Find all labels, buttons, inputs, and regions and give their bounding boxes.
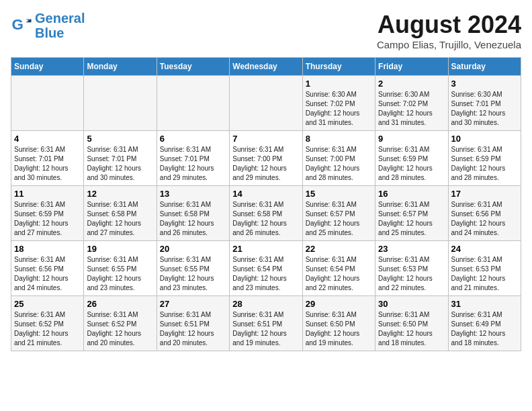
day-info: Sunrise: 6:31 AM Sunset: 6:49 PM Dayligh…	[451, 310, 518, 348]
day-cell: 15Sunrise: 6:31 AM Sunset: 6:57 PM Dayli…	[302, 186, 375, 241]
day-number: 11	[14, 189, 81, 199]
day-cell: 9Sunrise: 6:31 AM Sunset: 6:59 PM Daylig…	[375, 131, 448, 186]
day-info: Sunrise: 6:31 AM Sunset: 6:59 PM Dayligh…	[14, 200, 81, 238]
day-info: Sunrise: 6:31 AM Sunset: 6:54 PM Dayligh…	[232, 255, 299, 293]
day-cell: 25Sunrise: 6:31 AM Sunset: 6:52 PM Dayli…	[11, 296, 84, 351]
day-cell: 20Sunrise: 6:31 AM Sunset: 6:55 PM Dayli…	[157, 241, 229, 296]
day-info: Sunrise: 6:31 AM Sunset: 6:57 PM Dayligh…	[306, 200, 372, 238]
day-cell	[84, 76, 157, 131]
day-info: Sunrise: 6:31 AM Sunset: 7:00 PM Dayligh…	[306, 145, 372, 183]
col-header-sunday: Sunday	[11, 58, 84, 76]
day-number: 17	[451, 189, 518, 199]
day-info: Sunrise: 6:31 AM Sunset: 6:56 PM Dayligh…	[14, 255, 81, 293]
logo-icon: G	[11, 15, 32, 36]
day-number: 26	[87, 299, 153, 309]
day-cell: 24Sunrise: 6:31 AM Sunset: 6:53 PM Dayli…	[448, 241, 521, 296]
day-number: 23	[378, 244, 445, 254]
day-number: 15	[306, 189, 372, 199]
day-number: 8	[306, 134, 372, 144]
day-info: Sunrise: 6:31 AM Sunset: 6:58 PM Dayligh…	[87, 200, 153, 238]
week-row-4: 18Sunrise: 6:31 AM Sunset: 6:56 PM Dayli…	[11, 241, 521, 296]
logo-line1: General	[35, 11, 85, 26]
svg-text:G: G	[12, 16, 24, 33]
day-cell	[230, 76, 302, 131]
day-number: 27	[160, 299, 226, 309]
day-number: 13	[160, 189, 226, 199]
day-cell: 26Sunrise: 6:31 AM Sunset: 6:52 PM Dayli…	[84, 296, 157, 351]
day-info: Sunrise: 6:31 AM Sunset: 6:52 PM Dayligh…	[87, 310, 153, 348]
day-info: Sunrise: 6:30 AM Sunset: 7:02 PM Dayligh…	[306, 90, 372, 128]
day-cell: 8Sunrise: 6:31 AM Sunset: 7:00 PM Daylig…	[302, 131, 375, 186]
day-cell: 13Sunrise: 6:31 AM Sunset: 6:58 PM Dayli…	[157, 186, 229, 241]
day-number: 16	[378, 189, 445, 199]
day-number: 30	[378, 299, 445, 309]
day-number: 7	[232, 134, 299, 144]
main-title: August 2024	[377, 11, 521, 39]
day-number: 6	[160, 134, 226, 144]
day-info: Sunrise: 6:31 AM Sunset: 6:54 PM Dayligh…	[306, 255, 372, 293]
day-cell: 14Sunrise: 6:31 AM Sunset: 6:58 PM Dayli…	[230, 186, 302, 241]
day-info: Sunrise: 6:31 AM Sunset: 6:50 PM Dayligh…	[306, 310, 372, 348]
day-number: 10	[451, 134, 518, 144]
day-info: Sunrise: 6:31 AM Sunset: 6:53 PM Dayligh…	[378, 255, 445, 293]
day-number: 12	[87, 189, 153, 199]
day-cell: 3Sunrise: 6:30 AM Sunset: 7:01 PM Daylig…	[448, 76, 521, 131]
header: G General Blue August 2024 Campo Elias, …	[11, 11, 521, 50]
day-info: Sunrise: 6:31 AM Sunset: 7:01 PM Dayligh…	[14, 145, 81, 183]
logo-text: General Blue	[35, 11, 85, 40]
day-cell: 17Sunrise: 6:31 AM Sunset: 6:56 PM Dayli…	[448, 186, 521, 241]
day-cell: 6Sunrise: 6:31 AM Sunset: 7:01 PM Daylig…	[157, 131, 229, 186]
day-cell	[157, 76, 229, 131]
day-cell: 5Sunrise: 6:31 AM Sunset: 7:01 PM Daylig…	[84, 131, 157, 186]
day-cell: 29Sunrise: 6:31 AM Sunset: 6:50 PM Dayli…	[302, 296, 375, 351]
day-number: 31	[451, 299, 518, 309]
day-info: Sunrise: 6:31 AM Sunset: 6:56 PM Dayligh…	[451, 200, 518, 238]
day-number: 20	[160, 244, 226, 254]
day-number: 18	[14, 244, 81, 254]
day-cell: 10Sunrise: 6:31 AM Sunset: 6:59 PM Dayli…	[448, 131, 521, 186]
day-info: Sunrise: 6:31 AM Sunset: 6:59 PM Dayligh…	[451, 145, 518, 183]
day-cell: 16Sunrise: 6:31 AM Sunset: 6:57 PM Dayli…	[375, 186, 448, 241]
title-area: August 2024 Campo Elias, Trujillo, Venez…	[377, 11, 521, 50]
day-number: 3	[451, 79, 518, 89]
week-row-2: 4Sunrise: 6:31 AM Sunset: 7:01 PM Daylig…	[11, 131, 521, 186]
week-row-3: 11Sunrise: 6:31 AM Sunset: 6:59 PM Dayli…	[11, 186, 521, 241]
day-number: 21	[232, 244, 299, 254]
day-cell: 18Sunrise: 6:31 AM Sunset: 6:56 PM Dayli…	[11, 241, 84, 296]
day-number: 24	[451, 244, 518, 254]
day-cell: 11Sunrise: 6:31 AM Sunset: 6:59 PM Dayli…	[11, 186, 84, 241]
day-number: 1	[306, 79, 372, 89]
day-cell: 28Sunrise: 6:31 AM Sunset: 6:51 PM Dayli…	[230, 296, 302, 351]
day-number: 2	[378, 79, 445, 89]
day-info: Sunrise: 6:31 AM Sunset: 6:55 PM Dayligh…	[160, 255, 226, 293]
calendar-table: SundayMondayTuesdayWednesdayThursdayFrid…	[11, 57, 521, 351]
day-cell: 23Sunrise: 6:31 AM Sunset: 6:53 PM Dayli…	[375, 241, 448, 296]
day-number: 29	[306, 299, 372, 309]
day-number: 22	[306, 244, 372, 254]
day-number: 4	[14, 134, 81, 144]
week-row-5: 25Sunrise: 6:31 AM Sunset: 6:52 PM Dayli…	[11, 296, 521, 351]
day-info: Sunrise: 6:31 AM Sunset: 6:53 PM Dayligh…	[451, 255, 518, 293]
day-number: 14	[232, 189, 299, 199]
day-info: Sunrise: 6:30 AM Sunset: 7:01 PM Dayligh…	[451, 90, 518, 128]
day-info: Sunrise: 6:31 AM Sunset: 6:59 PM Dayligh…	[378, 145, 445, 183]
day-cell: 22Sunrise: 6:31 AM Sunset: 6:54 PM Dayli…	[302, 241, 375, 296]
day-info: Sunrise: 6:31 AM Sunset: 6:52 PM Dayligh…	[14, 310, 81, 348]
col-header-wednesday: Wednesday	[230, 58, 302, 76]
day-number: 5	[87, 134, 153, 144]
day-cell	[11, 76, 84, 131]
day-cell: 31Sunrise: 6:31 AM Sunset: 6:49 PM Dayli…	[448, 296, 521, 351]
day-info: Sunrise: 6:31 AM Sunset: 6:57 PM Dayligh…	[378, 200, 445, 238]
day-info: Sunrise: 6:31 AM Sunset: 6:51 PM Dayligh…	[160, 310, 226, 348]
day-info: Sunrise: 6:31 AM Sunset: 7:00 PM Dayligh…	[232, 145, 299, 183]
day-info: Sunrise: 6:31 AM Sunset: 7:01 PM Dayligh…	[160, 145, 226, 183]
logo: G General Blue	[11, 11, 85, 40]
day-cell: 4Sunrise: 6:31 AM Sunset: 7:01 PM Daylig…	[11, 131, 84, 186]
day-cell: 30Sunrise: 6:31 AM Sunset: 6:50 PM Dayli…	[375, 296, 448, 351]
col-header-monday: Monday	[84, 58, 157, 76]
week-row-1: 1Sunrise: 6:30 AM Sunset: 7:02 PM Daylig…	[11, 76, 521, 131]
day-info: Sunrise: 6:31 AM Sunset: 6:50 PM Dayligh…	[378, 310, 445, 348]
day-info: Sunrise: 6:31 AM Sunset: 6:51 PM Dayligh…	[232, 310, 299, 348]
day-cell: 27Sunrise: 6:31 AM Sunset: 6:51 PM Dayli…	[157, 296, 229, 351]
day-cell: 21Sunrise: 6:31 AM Sunset: 6:54 PM Dayli…	[230, 241, 302, 296]
